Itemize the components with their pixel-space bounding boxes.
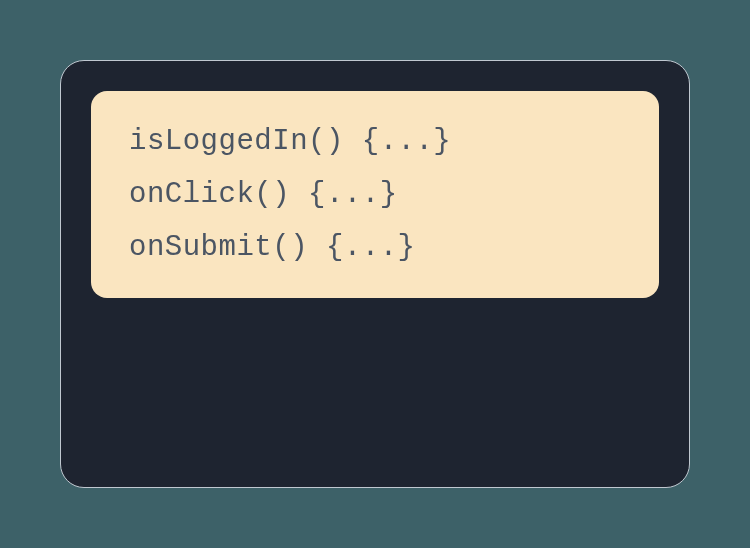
code-line: onClick() {...} (129, 178, 621, 211)
code-editor-panel: isLoggedIn() {...} onClick() {...} onSub… (60, 60, 690, 488)
code-block: isLoggedIn() {...} onClick() {...} onSub… (91, 91, 659, 298)
code-line: onSubmit() {...} (129, 231, 621, 264)
code-line: isLoggedIn() {...} (129, 125, 621, 158)
